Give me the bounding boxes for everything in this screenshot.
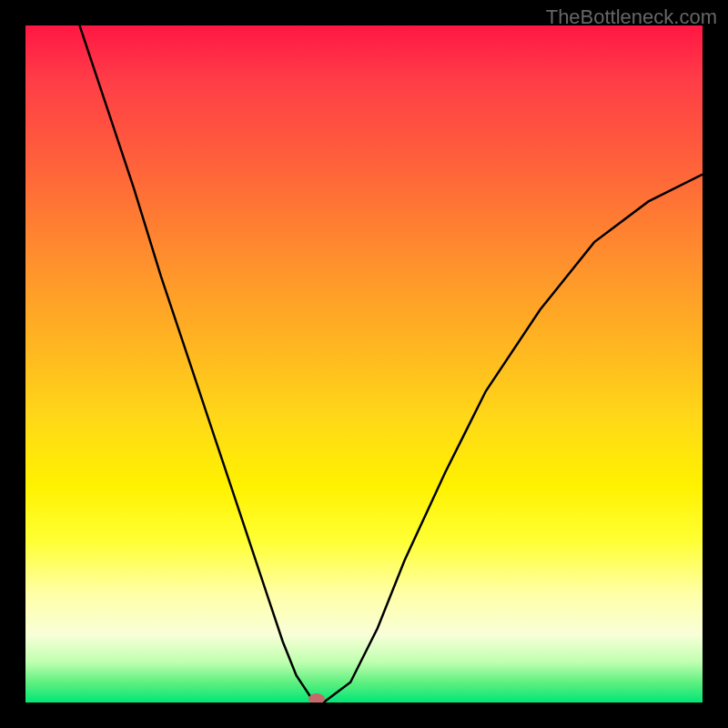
- plot-area: [25, 25, 703, 703]
- bottleneck-curve: [80, 25, 703, 703]
- chart-svg: [25, 25, 703, 703]
- watermark-text: TheBottleneck.com: [546, 5, 717, 29]
- optimal-point-marker: [308, 693, 325, 703]
